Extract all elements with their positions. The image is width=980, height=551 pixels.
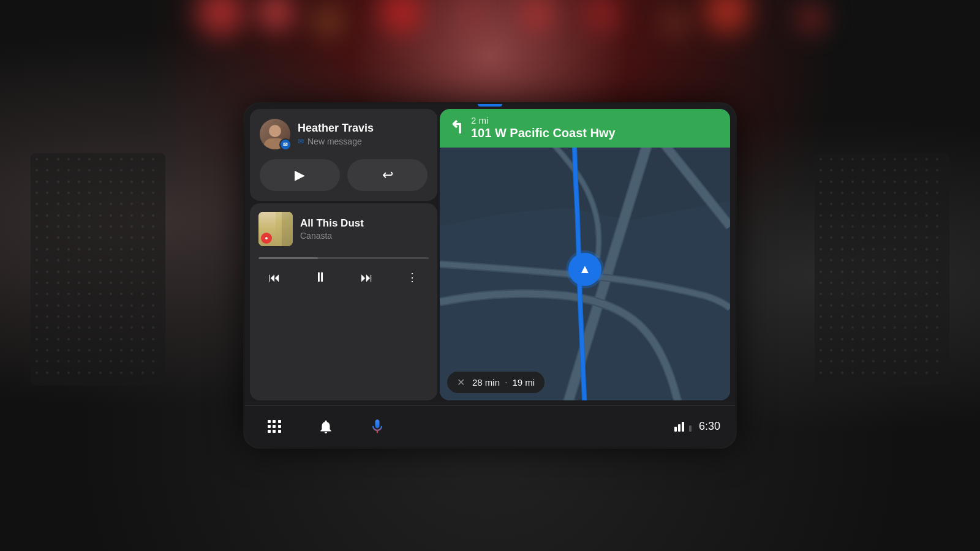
track-title: All This Dust [300, 217, 429, 230]
nav-street: 101 W Pacific Coast Hwy [471, 126, 720, 140]
reply-message-button[interactable]: ↩ [347, 159, 428, 191]
bell-icon [318, 419, 334, 435]
music-app-icon: ● [265, 235, 268, 241]
play-message-button[interactable]: ▶ [260, 159, 340, 191]
next-icon: ⏭ [361, 271, 373, 285]
progress-bar[interactable] [258, 257, 429, 259]
message-label: New message [307, 137, 362, 146]
nav-distance: 2 mi [471, 115, 720, 126]
message-card: ✉ Heather Travis ✉ New message [250, 109, 437, 201]
microphone-button[interactable] [363, 412, 392, 441]
map-panel: ↰ 2 mi 101 W Pacific Coast Hwy ▲ ✕ 28 mi… [440, 109, 730, 400]
screen-content: ✉ Heather Travis ✉ New message [245, 104, 735, 405]
android-auto-screen: ✉ Heather Travis ✉ New message [245, 104, 735, 447]
message-subtitle: ✉ New message [298, 137, 428, 146]
play-icon: ▶ [295, 167, 305, 183]
previous-icon: ⏮ [268, 271, 281, 285]
location-marker: ▲ [568, 253, 601, 286]
music-controls: ⏮ ⏸ ⏭ ⋮ [258, 264, 429, 291]
navigation-arrow-icon: ▲ [579, 262, 591, 276]
microphone-icon [369, 418, 386, 435]
more-options-button[interactable]: ⋮ [399, 264, 426, 291]
nav-left-icons [260, 412, 392, 441]
apps-grid-icon [268, 420, 281, 433]
screen-top-stripe [478, 104, 502, 107]
music-app-badge: ● [261, 233, 272, 244]
signal-bar-2 [678, 424, 680, 432]
signal-bar-3 [682, 422, 684, 432]
signal-bar-1 [674, 427, 677, 432]
turn-arrow-icon: ↰ [450, 118, 464, 138]
notifications-button[interactable] [311, 412, 341, 441]
navigation-banner: ↰ 2 mi 101 W Pacific Coast Hwy [440, 109, 730, 148]
pause-icon: ⏸ [314, 269, 327, 285]
message-info: Heather Travis ✉ New message [298, 122, 428, 146]
next-track-button[interactable]: ⏭ [353, 264, 380, 291]
music-header: ● All This Dust Canasta [258, 212, 429, 246]
car-background: ✉ Heather Travis ✉ New message [0, 0, 980, 551]
eta-distance: 19 mi [512, 377, 535, 388]
messaging-icon: ✉ [283, 141, 288, 148]
nav-info: 2 mi 101 W Pacific Coast Hwy [471, 115, 720, 140]
avatar-container: ✉ [260, 119, 290, 149]
sender-name: Heather Travis [298, 122, 428, 135]
signal-indicator [674, 422, 692, 432]
artist-name: Canasta [300, 231, 429, 241]
speaker-grille-right [815, 153, 949, 386]
eta-bar: ✕ 28 min · 19 mi [447, 372, 545, 393]
speaker-grille-left [31, 153, 165, 386]
clock-display: 6:30 [699, 420, 720, 433]
progress-fill [258, 257, 318, 259]
apps-grid-button[interactable] [260, 412, 289, 441]
wifi-indicator [689, 425, 692, 432]
message-header: ✉ Heather Travis ✉ New message [260, 119, 428, 149]
music-card: ● All This Dust Canasta ⏮ [250, 203, 437, 400]
bottom-navigation: 6:30 [245, 405, 735, 447]
message-actions: ▶ ↩ [260, 159, 428, 191]
message-type-icon: ✉ [298, 137, 304, 146]
nav-right-status: 6:30 [674, 420, 720, 433]
previous-track-button[interactable]: ⏮ [261, 264, 288, 291]
album-art: ● [258, 212, 293, 246]
pause-button[interactable]: ⏸ [307, 264, 334, 291]
messaging-app-badge: ✉ [279, 138, 292, 151]
eta-separator: · [505, 377, 507, 388]
more-icon: ⋮ [407, 271, 418, 284]
eta-duration: 28 min [472, 377, 500, 388]
reply-icon: ↩ [382, 167, 393, 183]
close-navigation-button[interactable]: ✕ [457, 377, 465, 388]
left-panel: ✉ Heather Travis ✉ New message [245, 104, 440, 405]
music-info: All This Dust Canasta [300, 217, 429, 241]
